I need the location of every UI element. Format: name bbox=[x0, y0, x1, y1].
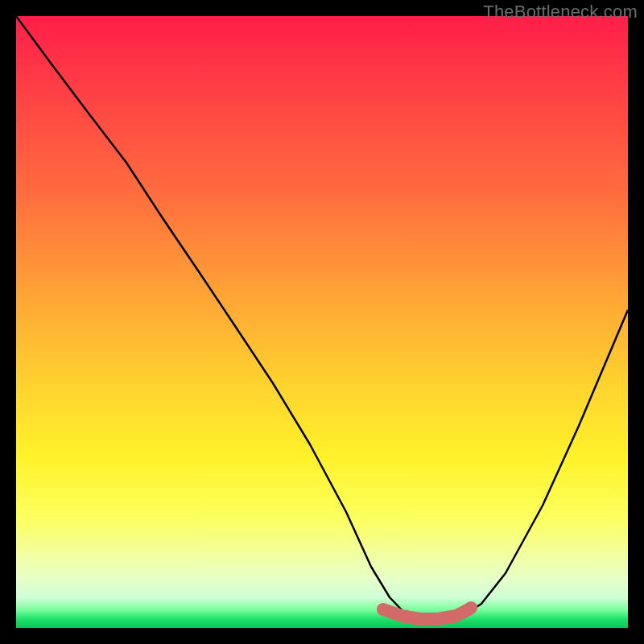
chart-frame: TheBottleneck.com bbox=[0, 0, 644, 644]
flat-marker bbox=[383, 609, 469, 619]
chart-svg bbox=[16, 16, 628, 628]
flat-marker-end-dot bbox=[464, 601, 477, 614]
watermark-text: TheBottleneck.com bbox=[483, 2, 638, 23]
plot-area bbox=[16, 16, 628, 628]
bottleneck-curve bbox=[16, 16, 628, 621]
